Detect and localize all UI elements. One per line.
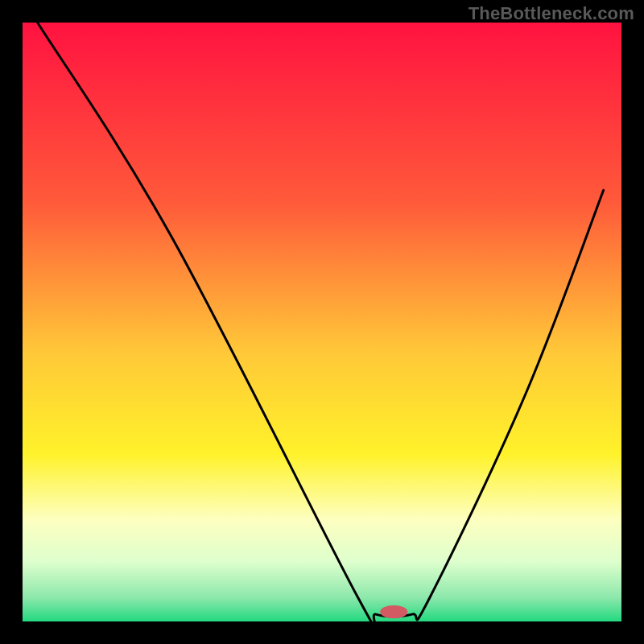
gradient-background bbox=[23, 23, 621, 621]
optimal-point-marker bbox=[380, 605, 407, 618]
bottleneck-chart bbox=[23, 23, 621, 621]
watermark-text: TheBottleneck.com bbox=[469, 3, 634, 24]
plot-area bbox=[23, 23, 621, 621]
chart-frame: TheBottleneck.com bbox=[0, 0, 644, 644]
